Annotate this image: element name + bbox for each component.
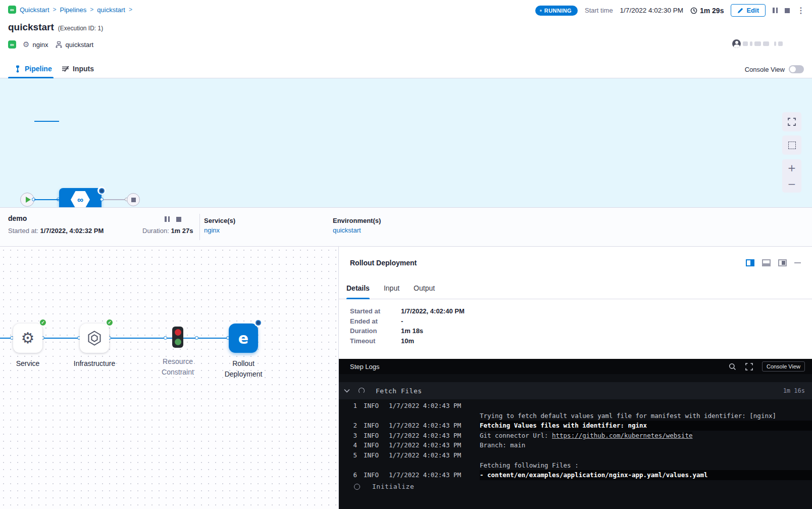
log-row: 3INFO1/7/2022 4:02:43 PMGit connector Ur… <box>339 431 812 441</box>
log-link[interactable]: https://github.com/kubernetes/website <box>552 432 692 439</box>
tab-output[interactable]: Output <box>414 277 435 299</box>
tab-details[interactable]: Details <box>346 277 370 299</box>
log-row: 1INFO1/7/2022 4:02:43 PM <box>339 401 812 411</box>
breadcrumb-project[interactable]: Quickstart <box>20 6 49 14</box>
search-icon[interactable] <box>729 363 736 371</box>
breadcrumb-pipeline[interactable]: quickstart <box>97 6 125 14</box>
zoom-in-button[interactable]: + <box>788 160 796 176</box>
layout-right-panel-active-icon[interactable] <box>746 259 754 266</box>
edge-demo-end <box>102 199 127 200</box>
pause-execution-button[interactable] <box>773 8 778 13</box>
select-mode-button[interactable] <box>782 135 801 155</box>
harness-logo-icon: ∞ <box>8 6 16 14</box>
pipeline-end-node[interactable] <box>127 193 140 206</box>
clock-icon <box>690 7 697 14</box>
layout-right-panel-icon[interactable] <box>778 259 787 266</box>
log-console[interactable]: Fetch Files 1m 16s 1INFO1/7/2022 4:02:43… <box>339 374 812 509</box>
zoom-controls: + − <box>782 159 801 193</box>
page-title: quickstart <box>8 22 54 33</box>
console-view-label: Console View <box>745 66 785 73</box>
log-section-duration: 1m 16s <box>783 387 805 394</box>
harness-logo-icon: ∞ <box>8 40 16 49</box>
gear-icon: ⚙ <box>21 331 35 346</box>
tags-row: ∞ ⚙ nginx quickstart <box>8 40 93 49</box>
log-row: 4INFO1/7/2022 4:02:43 PMBranch: main <box>339 440 812 450</box>
log-section-initialize[interactable]: Initialize <box>339 483 812 490</box>
log-row: Fetching following Files : <box>339 460 812 471</box>
services-column: Service(s) nginx <box>204 217 235 234</box>
redacted-text <box>778 41 783 46</box>
step-logs-title: Step Logs <box>350 363 380 371</box>
divider <box>199 214 200 240</box>
running-spinner-icon <box>97 187 106 195</box>
fullscreen-icon <box>788 118 796 126</box>
stop-icon <box>131 198 136 202</box>
step-panel-title: Rollout Deployment <box>350 259 417 267</box>
stage-duration: Duration: 1m 27s <box>142 227 193 235</box>
marquee-icon <box>788 142 796 149</box>
environment-link[interactable]: quickstart <box>333 226 381 234</box>
detail-row: Timeout10m <box>350 336 465 346</box>
log-row: Trying to fetch default values yaml file… <box>339 411 812 421</box>
stop-stage-button[interactable] <box>176 217 181 222</box>
pencil-icon <box>737 8 743 14</box>
service-tag[interactable]: ⚙ nginx <box>23 41 48 49</box>
panel-layout-controls <box>746 259 801 266</box>
layout-bottom-panel-icon[interactable] <box>762 259 771 266</box>
inputs-icon <box>62 65 69 72</box>
redacted-text <box>774 41 776 46</box>
expand-logs-icon[interactable] <box>745 363 753 371</box>
step-panel-tabs: Details Input Output <box>339 277 812 299</box>
running-spinner-icon <box>254 318 262 327</box>
pause-stage-button[interactable] <box>165 216 170 222</box>
header-actions: RUNNING Start time 1/7/2022 4:02:30 PM 1… <box>535 4 805 17</box>
edge-start-demo <box>34 199 59 200</box>
console-view-toggle[interactable] <box>789 65 804 73</box>
stop-execution-button[interactable] <box>785 8 790 13</box>
elapsed-time: 1m 29s <box>690 7 724 15</box>
detail-row: Ended at- <box>350 316 465 327</box>
step-node-resource-constraint[interactable] <box>172 327 183 348</box>
log-section-name: Initialize <box>372 483 414 490</box>
step-node-rollout-deployment[interactable]: e <box>229 323 258 353</box>
tab-inputs[interactable]: Inputs <box>62 65 94 73</box>
traffic-light-red-icon <box>175 329 181 336</box>
chevron-down-icon <box>344 389 350 393</box>
breadcrumb: ∞ Quickstart > Pipelines > quickstart > <box>8 6 132 14</box>
fullscreen-button[interactable] <box>782 112 801 131</box>
stage-started-at: Started at: 1/7/2022, 4:02:32 PM <box>8 227 104 235</box>
stage-name: demo <box>8 214 27 222</box>
log-row: 6INFO1/7/2022 4:02:43 PM- content/en/exa… <box>339 470 812 480</box>
redacted-text <box>743 41 748 46</box>
step-node-service[interactable]: ⚙ <box>13 323 42 353</box>
redacted-text <box>750 41 752 46</box>
service-link[interactable]: nginx <box>204 226 235 234</box>
stage-info-bar: demo Started at: 1/7/2022, 4:02:32 PM Du… <box>0 207 812 247</box>
breadcrumb-pipelines[interactable]: Pipelines <box>60 6 87 14</box>
step-node-infrastructure[interactable] <box>80 323 109 353</box>
log-section-fetch-files[interactable]: Fetch Files 1m 16s <box>339 382 812 399</box>
step-logs-bar: Step Logs Console View <box>339 359 812 374</box>
edit-button[interactable]: Edit <box>731 4 766 17</box>
harness-stage-icon: ∞ <box>71 191 90 208</box>
title-row: quickstart (Execution ID: 1) <box>8 22 103 33</box>
console-view-toggle-wrap: Console View <box>745 65 804 73</box>
execution-id: (Execution ID: 1) <box>58 25 103 32</box>
log-row: 2INFO1/7/2022 4:02:43 PMFetching Values … <box>339 421 812 431</box>
execution-graph-canvas[interactable]: ⚙ ✓ Service ✓ Infrastructure Resource Co… <box>0 247 338 509</box>
breadcrumb-separator: > <box>129 6 132 13</box>
infrastructure-hexagon-icon <box>87 331 102 346</box>
stage-graph-canvas[interactable]: ∞ demo + − <box>0 78 812 207</box>
rollout-deployment-icon: e <box>238 330 248 347</box>
console-view-button[interactable]: Console View <box>762 361 805 372</box>
start-time-value: 1/7/2022 4:02:30 PM <box>620 7 683 14</box>
environment-tag[interactable]: quickstart <box>55 41 94 49</box>
tab-input[interactable]: Input <box>384 277 399 299</box>
more-options-icon[interactable]: ⋮ <box>797 7 805 15</box>
log-section-name: Fetch Files <box>376 387 422 395</box>
tab-pipeline[interactable]: Pipeline <box>14 65 52 73</box>
minimize-panel-icon[interactable] <box>794 262 801 264</box>
play-icon <box>26 197 31 203</box>
traffic-light-green-icon <box>175 339 181 345</box>
zoom-out-button[interactable]: − <box>788 176 796 192</box>
